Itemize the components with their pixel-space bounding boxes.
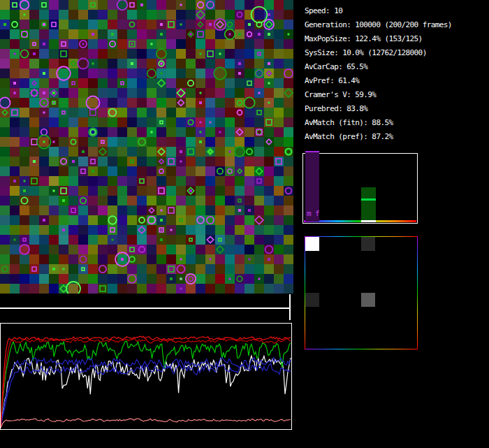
chart-series-pink-flat [1, 419, 291, 428]
stat-generation: Generation: 100000 (200/200 frames) [305, 18, 488, 32]
chart-series-green-noisy [1, 341, 291, 425]
histogram-green-bar [361, 187, 376, 222]
stat-maxpopsize: MaxPopSize: 122.4% (153/125) [305, 32, 488, 46]
stat-avmatch-fitn: AvMatch (fitn): 88.5% [305, 116, 488, 130]
stat-purebred: Purebred: 83.8% [305, 102, 488, 116]
matrix-cell [361, 237, 375, 251]
stat-syssize: SysSize: 10.0% (12762/128000) [305, 46, 488, 60]
history-chart-svg [1, 324, 291, 429]
stat-avcarcap: AvCarCap: 65.5% [305, 60, 488, 74]
simulation-window: Speed: 10 Generation: 100000 (200/200 fr… [0, 0, 489, 448]
mating-matrix-panel [305, 236, 418, 349]
matrix-cell [361, 293, 375, 307]
histogram-green-bar-marker [361, 198, 376, 201]
stat-avpref: AvPref: 61.4% [305, 74, 488, 88]
world-grid-canvas[interactable] [0, 0, 293, 294]
histogram-purple-bar: m f [305, 151, 319, 222]
chart-series-red-upper [1, 336, 291, 428]
matrix-cell [305, 293, 319, 307]
matrix-cell [305, 237, 319, 251]
chart-series-red-lower [1, 339, 291, 428]
stat-cramers-v: Cramer's V: 59.9% [305, 88, 488, 102]
species-histogram-panel: m f [302, 153, 418, 224]
stats-panel: Speed: 10 Generation: 100000 (200/200 fr… [305, 4, 488, 144]
histogram-purple-bar-cap [305, 151, 319, 152]
stat-avmatch-pref: AvMatch (pref): 87.2% [305, 130, 488, 144]
history-chart-panel [0, 323, 292, 430]
histogram-green-bar-baseline [361, 220, 376, 222]
hue-axis-strip [304, 220, 416, 222]
chart-series-white-noisy [1, 356, 291, 424]
matrix-hue-axis-right [417, 236, 418, 349]
matrix-hue-axis-bottom [305, 349, 418, 349]
separator-line-horizontal [0, 308, 291, 309]
male-female-label: m f [307, 210, 321, 217]
separator-tick-vertical [289, 294, 291, 320]
stat-speed: Speed: 10 [305, 4, 488, 18]
